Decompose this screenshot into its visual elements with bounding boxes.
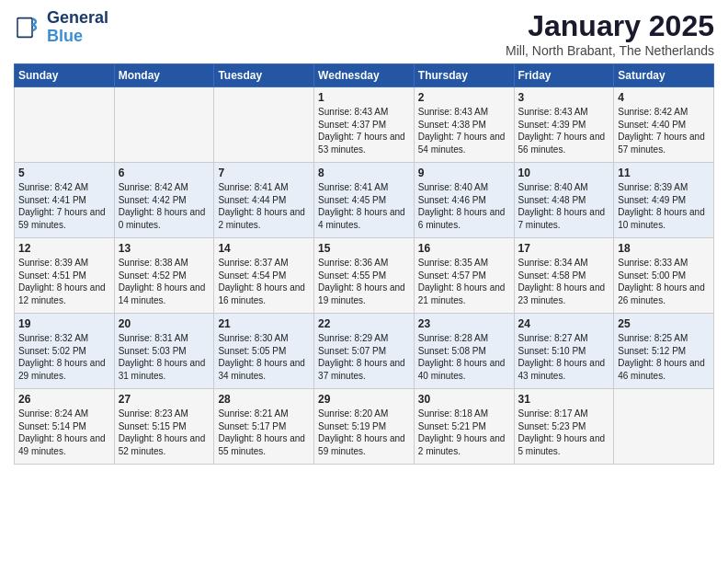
week-row-1: 1Sunrise: 8:43 AM Sunset: 4:37 PM Daylig… (15, 87, 714, 163)
day-number: 14 (218, 242, 310, 255)
logo-icon (14, 13, 43, 42)
day-header-wednesday: Wednesday (314, 64, 415, 87)
day-number: 28 (218, 393, 310, 406)
header: General Blue January 2025 Mill, North Br… (14, 9, 714, 58)
calendar-cell: 28Sunrise: 8:21 AM Sunset: 5:17 PM Dayli… (214, 389, 314, 465)
week-row-4: 19Sunrise: 8:32 AM Sunset: 5:02 PM Dayli… (15, 314, 714, 389)
calendar-cell (614, 389, 714, 465)
day-info: Sunrise: 8:30 AM Sunset: 5:05 PM Dayligh… (218, 332, 310, 382)
day-info: Sunrise: 8:31 AM Sunset: 5:03 PM Dayligh… (119, 332, 210, 382)
day-number: 1 (318, 91, 410, 104)
week-row-5: 26Sunrise: 8:24 AM Sunset: 5:14 PM Dayli… (15, 389, 714, 465)
day-info: Sunrise: 8:43 AM Sunset: 4:39 PM Dayligh… (518, 106, 610, 155)
calendar-cell: 5Sunrise: 8:42 AM Sunset: 4:41 PM Daylig… (15, 163, 115, 238)
header-row: SundayMondayTuesdayWednesdayThursdayFrid… (15, 64, 714, 87)
day-info: Sunrise: 8:41 AM Sunset: 4:44 PM Dayligh… (218, 181, 310, 231)
day-info: Sunrise: 8:39 AM Sunset: 4:49 PM Dayligh… (618, 181, 710, 231)
calendar-cell: 25Sunrise: 8:25 AM Sunset: 5:12 PM Dayli… (614, 314, 714, 389)
day-header-saturday: Saturday (614, 64, 714, 87)
calendar-cell: 27Sunrise: 8:23 AM Sunset: 5:15 PM Dayli… (114, 389, 214, 465)
day-info: Sunrise: 8:27 AM Sunset: 5:10 PM Dayligh… (518, 332, 610, 382)
day-number: 17 (518, 242, 610, 255)
day-info: Sunrise: 8:40 AM Sunset: 4:48 PM Dayligh… (518, 181, 610, 231)
day-number: 21 (218, 317, 310, 330)
calendar-cell: 11Sunrise: 8:39 AM Sunset: 4:49 PM Dayli… (614, 163, 714, 238)
day-info: Sunrise: 8:42 AM Sunset: 4:40 PM Dayligh… (618, 106, 710, 155)
calendar-cell: 6Sunrise: 8:42 AM Sunset: 4:42 PM Daylig… (114, 163, 214, 238)
logo-text: General Blue (47, 9, 108, 46)
calendar-cell: 16Sunrise: 8:35 AM Sunset: 4:57 PM Dayli… (414, 238, 514, 314)
day-number: 13 (119, 242, 210, 255)
calendar-cell: 3Sunrise: 8:43 AM Sunset: 4:39 PM Daylig… (514, 87, 614, 163)
calendar-cell: 9Sunrise: 8:40 AM Sunset: 4:46 PM Daylig… (414, 163, 514, 238)
day-number: 23 (418, 317, 510, 330)
day-info: Sunrise: 8:28 AM Sunset: 5:08 PM Dayligh… (418, 332, 510, 382)
day-number: 8 (318, 167, 410, 179)
calendar-cell: 21Sunrise: 8:30 AM Sunset: 5:05 PM Dayli… (214, 314, 314, 389)
calendar-cell: 22Sunrise: 8:29 AM Sunset: 5:07 PM Dayli… (314, 314, 415, 389)
day-info: Sunrise: 8:20 AM Sunset: 5:19 PM Dayligh… (318, 408, 410, 457)
calendar-title: January 2025 (506, 9, 714, 43)
day-info: Sunrise: 8:39 AM Sunset: 4:51 PM Dayligh… (18, 257, 110, 306)
calendar-cell: 24Sunrise: 8:27 AM Sunset: 5:10 PM Dayli… (514, 314, 614, 389)
calendar-cell: 26Sunrise: 8:24 AM Sunset: 5:14 PM Dayli… (15, 389, 115, 465)
calendar-cell: 15Sunrise: 8:36 AM Sunset: 4:55 PM Dayli… (314, 238, 415, 314)
calendar-subtitle: Mill, North Brabant, The Netherlands (506, 43, 714, 58)
day-info: Sunrise: 8:35 AM Sunset: 4:57 PM Dayligh… (418, 257, 510, 306)
day-number: 15 (318, 242, 410, 255)
calendar-cell: 17Sunrise: 8:34 AM Sunset: 4:58 PM Dayli… (514, 238, 614, 314)
calendar-cell: 23Sunrise: 8:28 AM Sunset: 5:08 PM Dayli… (414, 314, 514, 389)
day-info: Sunrise: 8:29 AM Sunset: 5:07 PM Dayligh… (318, 332, 410, 382)
day-info: Sunrise: 8:40 AM Sunset: 4:46 PM Dayligh… (418, 181, 510, 231)
day-number: 18 (618, 242, 710, 255)
day-info: Sunrise: 8:36 AM Sunset: 4:55 PM Dayligh… (318, 257, 410, 306)
calendar-cell (15, 87, 115, 163)
day-info: Sunrise: 8:18 AM Sunset: 5:21 PM Dayligh… (418, 408, 510, 457)
day-info: Sunrise: 8:34 AM Sunset: 4:58 PM Dayligh… (518, 257, 610, 306)
logo: General Blue (14, 9, 108, 46)
page: General Blue January 2025 Mill, North Br… (0, 0, 728, 474)
day-info: Sunrise: 8:37 AM Sunset: 4:54 PM Dayligh… (218, 257, 310, 306)
logo-line1: General (47, 9, 108, 28)
day-info: Sunrise: 8:32 AM Sunset: 5:02 PM Dayligh… (18, 332, 110, 382)
svg-rect-1 (18, 18, 31, 36)
day-info: Sunrise: 8:43 AM Sunset: 4:37 PM Dayligh… (318, 106, 410, 155)
calendar-table: SundayMondayTuesdayWednesdayThursdayFrid… (14, 63, 714, 465)
day-header-thursday: Thursday (414, 64, 514, 87)
day-number: 3 (518, 91, 610, 104)
day-number: 16 (418, 242, 510, 255)
day-header-monday: Monday (114, 64, 214, 87)
day-number: 25 (618, 317, 710, 330)
logo-line2: Blue (47, 28, 108, 46)
day-number: 29 (318, 393, 410, 406)
calendar-cell: 12Sunrise: 8:39 AM Sunset: 4:51 PM Dayli… (15, 238, 115, 314)
day-number: 11 (618, 167, 710, 179)
day-header-tuesday: Tuesday (214, 64, 314, 87)
calendar-cell: 7Sunrise: 8:41 AM Sunset: 4:44 PM Daylig… (214, 163, 314, 238)
calendar-cell: 30Sunrise: 8:18 AM Sunset: 5:21 PM Dayli… (414, 389, 514, 465)
calendar-cell: 8Sunrise: 8:41 AM Sunset: 4:45 PM Daylig… (314, 163, 415, 238)
day-info: Sunrise: 8:41 AM Sunset: 4:45 PM Dayligh… (318, 181, 410, 231)
calendar-cell: 14Sunrise: 8:37 AM Sunset: 4:54 PM Dayli… (214, 238, 314, 314)
day-number: 30 (418, 393, 510, 406)
calendar-cell: 19Sunrise: 8:32 AM Sunset: 5:02 PM Dayli… (15, 314, 115, 389)
calendar-cell (214, 87, 314, 163)
day-number: 24 (518, 317, 610, 330)
day-number: 12 (18, 242, 110, 255)
day-number: 6 (119, 167, 210, 179)
day-info: Sunrise: 8:17 AM Sunset: 5:23 PM Dayligh… (518, 408, 610, 457)
day-number: 2 (418, 91, 510, 104)
calendar-cell: 4Sunrise: 8:42 AM Sunset: 4:40 PM Daylig… (614, 87, 714, 163)
day-info: Sunrise: 8:42 AM Sunset: 4:41 PM Dayligh… (18, 181, 110, 231)
calendar-cell: 31Sunrise: 8:17 AM Sunset: 5:23 PM Dayli… (514, 389, 614, 465)
day-info: Sunrise: 8:23 AM Sunset: 5:15 PM Dayligh… (119, 408, 210, 457)
day-number: 19 (18, 317, 110, 330)
calendar-cell: 29Sunrise: 8:20 AM Sunset: 5:19 PM Dayli… (314, 389, 415, 465)
week-row-2: 5Sunrise: 8:42 AM Sunset: 4:41 PM Daylig… (15, 163, 714, 238)
day-number: 26 (18, 393, 110, 406)
calendar-cell: 13Sunrise: 8:38 AM Sunset: 4:52 PM Dayli… (114, 238, 214, 314)
day-info: Sunrise: 8:25 AM Sunset: 5:12 PM Dayligh… (618, 332, 710, 382)
calendar-cell: 20Sunrise: 8:31 AM Sunset: 5:03 PM Dayli… (114, 314, 214, 389)
day-info: Sunrise: 8:24 AM Sunset: 5:14 PM Dayligh… (18, 408, 110, 457)
day-number: 27 (119, 393, 210, 406)
